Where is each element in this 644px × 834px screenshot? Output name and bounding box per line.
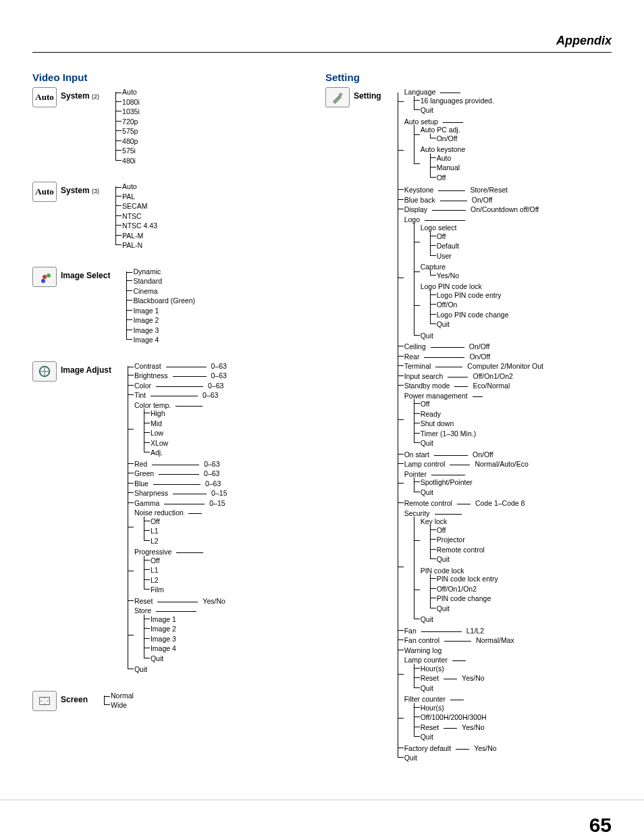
system2-tree: Auto 1080i 1035i 720p 575p 480p 575i 480…	[103, 87, 140, 165]
setting-icon	[325, 87, 350, 107]
setting-column: Setting Setting Language 16 languages pr…	[325, 72, 612, 779]
video-input-title: Video Input	[32, 72, 319, 83]
page-header: Appendix	[32, 34, 612, 53]
screen-tree: Normal Wide	[92, 691, 134, 710]
setting-title: Setting	[325, 72, 612, 83]
image-select-icon	[32, 267, 57, 287]
video-input-column: Video Input Auto System (2) Auto 1080i 1…	[32, 72, 319, 779]
page-number: 65	[0, 800, 644, 835]
system3-tree: Auto PAL SECAM NTSC NTSC 4.43 PAL-M PAL-…	[103, 182, 157, 251]
image-select-tree: Dynamic Standard Cinema Blackboard (Gree…	[114, 267, 195, 345]
auto-icon: Auto	[32, 182, 57, 202]
system3-label: System (3)	[61, 182, 99, 195]
image-adjust-tree: Contrast0–63 Brightness0–63 Color0–63 Ti…	[115, 361, 227, 675]
image-adjust-icon	[32, 361, 57, 382]
image-adjust-label: Image Adjust	[61, 361, 111, 375]
image-select-label: Image Select	[61, 267, 110, 280]
auto-icon: Auto	[32, 87, 57, 107]
setting-root-label: Setting	[354, 87, 381, 101]
screen-label: Screen	[61, 691, 88, 704]
setting-tree: Language 16 languages provided. Quit Aut…	[385, 87, 543, 763]
system2-label: System (2)	[61, 87, 99, 101]
screen-icon	[32, 691, 57, 711]
